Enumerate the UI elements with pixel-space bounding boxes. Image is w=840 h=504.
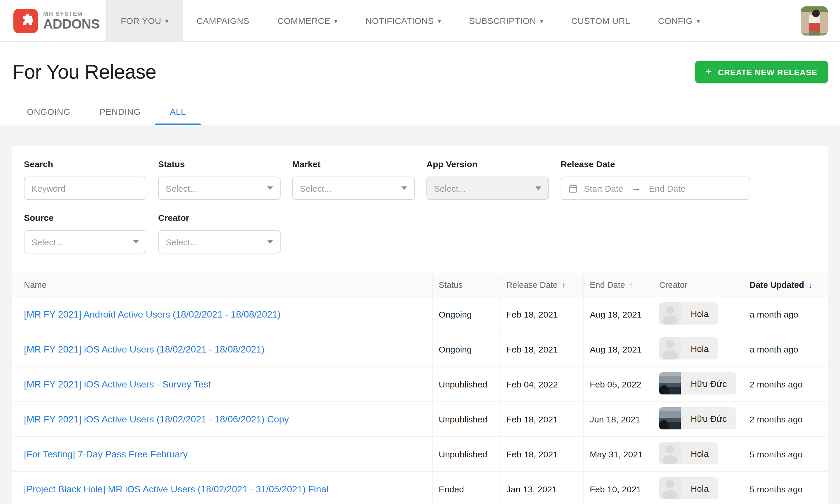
market-label: Market [292, 159, 415, 169]
end-date-cell: Aug 18, 2021 [583, 332, 659, 366]
table-row: [MR FY 2021] iOS Active Users - Survey T… [12, 367, 828, 402]
filter-source: Source Select... [24, 213, 147, 253]
brand-bottom-label: ADDONS [43, 18, 100, 31]
release-name-link[interactable]: [MR FY 2021] iOS Active Users (18/02/202… [24, 414, 289, 424]
release-name-link[interactable]: [For Testing] 7-Day Pass Free February [24, 449, 188, 459]
table-header: NameStatusRelease Date↑End Date↑CreatorD… [12, 273, 828, 297]
date-updated-cell: 2 months ago [750, 414, 816, 424]
tab-ongoing[interactable]: ONGOING [12, 98, 85, 125]
creator-chip: Hữu Đức [659, 372, 736, 394]
nav-item-for-you[interactable]: FOR YOU▾ [107, 0, 182, 41]
status-cell: Unpublished [432, 437, 500, 471]
release-date-range-picker[interactable]: Start Date → End Date [561, 177, 750, 200]
caret-down-icon: ▾ [334, 18, 337, 24]
nav-item-custom-url[interactable]: CUSTOM URL [557, 0, 644, 41]
app-window: MR SYSTEM ADDONS FOR YOU▾CAMPAIGNSCOMMER… [0, 0, 840, 504]
column-header-name: Name [24, 273, 432, 296]
creator-name: Hola [681, 308, 718, 319]
creator-chip: Hola [659, 442, 718, 464]
name-cell: [MR FY 2021] iOS Active Users (18/02/202… [24, 344, 432, 355]
tab-pending[interactable]: PENDING [85, 98, 155, 125]
search-input[interactable] [24, 177, 147, 200]
nav-item-campaigns[interactable]: CAMPAIGNS [182, 0, 263, 41]
nav-item-subscription[interactable]: SUBSCRIPTION▾ [455, 0, 557, 41]
release-card: Search Status Select... Market Select [12, 146, 828, 504]
create-new-release-button[interactable]: + CREATE NEW RELEASE [695, 61, 828, 83]
creator-avatar [659, 442, 681, 464]
sort-desc-icon: ↓ [808, 280, 812, 290]
nav-item-label: COMMERCE [277, 16, 330, 25]
release-date-cell: Feb 18, 2021 [500, 332, 583, 366]
tab-bar: ONGOINGPENDINGALL [12, 98, 828, 125]
filter-status: Status Select... [158, 159, 280, 200]
creator-label: Creator [158, 213, 280, 222]
column-header-label: Status [439, 280, 463, 290]
app-version-select-value: Select... [434, 183, 465, 193]
end-date-cell: Feb 05, 2022 [583, 367, 659, 401]
market-select-value: Select... [300, 183, 331, 193]
app-version-label: App Version [426, 159, 549, 169]
release-table: NameStatusRelease Date↑End Date↑CreatorD… [12, 273, 828, 504]
status-cell: Ongoing [432, 332, 500, 366]
sort-asc-icon: ↑ [562, 280, 566, 290]
creator-select-value: Select... [166, 237, 197, 247]
brand-logo[interactable]: MR SYSTEM ADDONS [0, 0, 107, 41]
status-cell: Unpublished [432, 367, 500, 401]
caret-down-icon: ▾ [697, 18, 700, 24]
creator-cell: Hữu Đức [659, 372, 750, 396]
chevron-down-icon [535, 186, 541, 190]
creator-avatar [659, 302, 681, 325]
creator-avatar [659, 372, 681, 394]
release-name-link[interactable]: [MR FY 2021] Android Active Users (18/02… [24, 309, 280, 319]
user-avatar[interactable] [801, 6, 828, 35]
nav-item-notifications[interactable]: NOTIFICATIONS▾ [352, 0, 455, 41]
status-select[interactable]: Select... [158, 177, 280, 200]
column-header-label: Creator [659, 280, 687, 290]
market-select[interactable]: Select... [292, 177, 415, 200]
name-cell: [Project Black Hole] MR iOS Active Users… [24, 484, 432, 494]
filter-app-version: App Version Select... [426, 159, 549, 200]
creator-avatar [659, 407, 681, 429]
release-name-link[interactable]: [Project Black Hole] MR iOS Active Users… [24, 484, 328, 494]
search-label: Search [24, 159, 147, 169]
creator-chip: Hola [659, 302, 718, 325]
date-updated-cell: 2 months ago [750, 379, 816, 389]
tab-all[interactable]: ALL [155, 98, 200, 125]
column-header-label: Name [24, 280, 46, 290]
plus-icon: + [706, 66, 712, 77]
creator-name: Hữu Đức [681, 413, 736, 423]
name-cell: [MR FY 2021] Android Active Users (18/02… [24, 309, 432, 320]
table-row: [MR FY 2021] iOS Active Users (18/02/202… [12, 402, 828, 437]
creator-select[interactable]: Select... [158, 230, 280, 253]
table-row: [For Testing] 7-Day Pass Free FebruaryUn… [12, 437, 828, 472]
source-select[interactable]: Select... [24, 230, 147, 253]
nav-item-label: CUSTOM URL [571, 16, 630, 25]
filter-creator: Creator Select... [158, 213, 280, 253]
release-name-link[interactable]: [MR FY 2021] iOS Active Users (18/02/202… [24, 344, 264, 354]
page-content: Search Status Select... Market Select [0, 125, 840, 504]
column-header-creator: Creator [659, 273, 750, 296]
end-date-cell: Aug 18, 2021 [583, 297, 659, 331]
brand-text: MR SYSTEM ADDONS [43, 11, 100, 31]
sort-asc-icon: ↑ [629, 280, 633, 290]
nav-item-commerce[interactable]: COMMERCE▾ [263, 0, 352, 41]
app-version-select[interactable]: Select... [426, 177, 549, 200]
column-header-date_updated[interactable]: Date Updated↓ [750, 273, 816, 296]
nav-item-config[interactable]: CONFIG▾ [644, 0, 714, 41]
release-date-cell: Feb 18, 2021 [500, 402, 583, 436]
release-name-link[interactable]: [MR FY 2021] iOS Active Users - Survey T… [24, 379, 211, 389]
filter-market: Market Select... [292, 159, 415, 200]
table-row: [MR FY 2021] Android Active Users (18/02… [12, 297, 828, 332]
status-label: Status [158, 159, 280, 169]
creator-cell: Hola [659, 337, 750, 361]
start-date-placeholder: Start Date [584, 183, 623, 193]
name-cell: [MR FY 2021] iOS Active Users (18/02/202… [24, 414, 432, 425]
column-header-end_date[interactable]: End Date↑ [583, 273, 659, 296]
creator-avatar [659, 337, 681, 360]
page-header: For You Release + CREATE NEW RELEASE ONG… [0, 42, 840, 125]
end-date-cell: May 31, 2021 [583, 437, 659, 471]
caret-down-icon: ▾ [165, 18, 168, 24]
nav-item-label: FOR YOU [121, 16, 161, 25]
column-header-release_date[interactable]: Release Date↑ [500, 273, 583, 296]
filter-panel: Search Status Select... Market Select [12, 146, 828, 253]
